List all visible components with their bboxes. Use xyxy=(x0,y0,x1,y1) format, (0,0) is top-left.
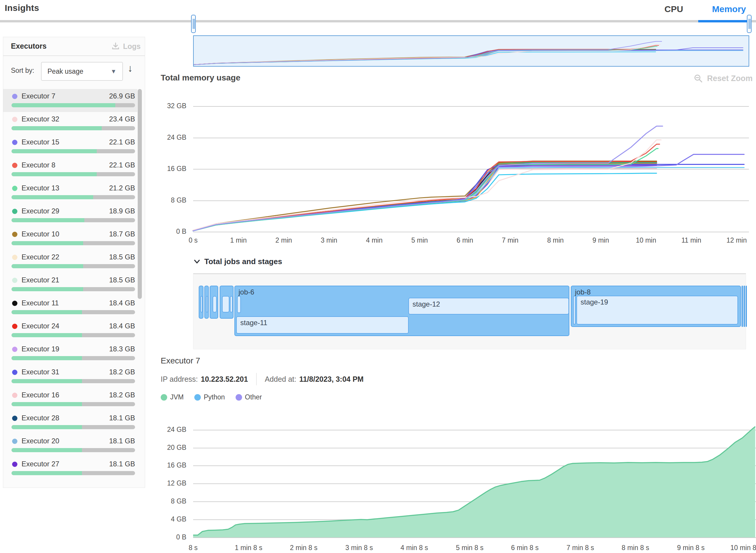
executor-list-item[interactable]: Executor 2818.1 GB xyxy=(3,411,137,434)
executor-usage-bar xyxy=(11,471,135,475)
ip-address-label: IP address: xyxy=(161,375,198,384)
executor-list-item[interactable]: Executor 2018.1 GB xyxy=(3,434,137,457)
job-label: job-6 xyxy=(238,288,254,296)
executor-usage-bar xyxy=(11,379,135,383)
executor-usage-bar-fill xyxy=(11,103,115,107)
executor-usage-bar xyxy=(11,195,135,199)
legend-label: Other xyxy=(245,393,262,401)
job-label: job-8 xyxy=(575,288,591,296)
x-axis-tick-label: 6 min xyxy=(441,236,488,244)
stage-block-stage-19[interactable]: stage-19 xyxy=(577,296,738,325)
executor-list-item[interactable]: Executor 2718.1 GB xyxy=(3,457,137,480)
executor-usage-bar xyxy=(11,356,135,360)
legend-item-other: Other xyxy=(236,393,262,401)
job-block[interactable] xyxy=(199,286,204,319)
executor-name: Executor 31 xyxy=(21,368,59,376)
executor-list-item[interactable]: Executor 1522.1 GB xyxy=(3,135,137,158)
executor-usage-bar-fill xyxy=(11,241,83,245)
job-block-job-6[interactable]: job-6stage-12stage-11 xyxy=(234,286,570,336)
y-axis-tick-label: 4 GB xyxy=(154,515,186,523)
stage-block[interactable] xyxy=(230,296,233,312)
reset-zoom-label: Reset Zoom xyxy=(707,74,753,83)
executor-name: Executor 27 xyxy=(21,460,59,468)
executor-list-item[interactable]: Executor 2118.5 GB xyxy=(3,273,137,296)
executor-list-item[interactable]: Executor 3223.4 GB xyxy=(3,112,137,135)
executor-usage-bar-fill xyxy=(11,333,82,337)
stage-block[interactable] xyxy=(206,296,208,312)
memory-line-executor-32 xyxy=(193,140,661,230)
executor-color-dot xyxy=(12,439,17,444)
tab-memory[interactable]: Memory xyxy=(708,2,750,16)
brush-overview[interactable] xyxy=(193,35,749,67)
executor-list-item[interactable]: Executor 3118.2 GB xyxy=(3,365,137,388)
executor-memory-chart[interactable] xyxy=(193,418,756,538)
executor-list-item[interactable]: Executor 1918.3 GB xyxy=(3,342,137,365)
sort-direction-button[interactable]: ↓ xyxy=(128,63,133,74)
executor-peak-value: 18.7 GB xyxy=(109,230,135,238)
stage-block[interactable] xyxy=(573,296,576,325)
y-axis-tick-label: 16 GB xyxy=(154,165,186,173)
executor-list-item[interactable]: Executor 1618.2 GB xyxy=(3,388,137,411)
x-axis-tick-label: 0 s xyxy=(169,236,217,244)
job-block[interactable] xyxy=(204,286,209,319)
meta-divider xyxy=(256,373,256,385)
legend-color-dot xyxy=(161,394,167,401)
executor-list-item[interactable]: Executor 1018.7 GB xyxy=(3,227,137,250)
active-tab-indicator xyxy=(698,20,751,22)
job-block[interactable] xyxy=(210,286,218,319)
executor-list-item[interactable]: Executor 1321.2 GB xyxy=(3,181,137,204)
executor-usage-bar xyxy=(11,241,135,245)
job-block[interactable] xyxy=(220,286,233,319)
executor-list-item[interactable]: Executor 726.9 GB xyxy=(3,89,137,112)
executor-color-dot xyxy=(12,255,17,260)
x-axis-tick-label: 8 s xyxy=(169,544,217,552)
y-axis-tick-label: 32 GB xyxy=(154,102,186,110)
x-axis-tick-label: 3 min 8 s xyxy=(335,544,383,552)
executor-usage-bar-fill xyxy=(11,172,97,176)
executor-name: Executor 20 xyxy=(21,437,59,445)
executor-list-item[interactable]: Executor 2918.9 GB xyxy=(3,204,137,227)
job-block[interactable] xyxy=(744,286,745,327)
reset-zoom-button[interactable]: Reset Zoom xyxy=(693,74,753,83)
executor-list-item[interactable]: Executor 2418.4 GB xyxy=(3,319,137,342)
executor-usage-bar-fill xyxy=(11,471,82,475)
stage-block-stage-12[interactable]: stage-12 xyxy=(408,298,569,315)
brush-handle-right[interactable] xyxy=(747,15,752,33)
stage-block[interactable] xyxy=(222,296,229,312)
executor-usage-bar xyxy=(11,310,135,314)
executor-peak-value: 18.4 GB xyxy=(109,322,135,330)
stage-label: stage-19 xyxy=(581,298,608,306)
jobs-stages-header[interactable]: Total jobs and stages xyxy=(193,257,282,266)
executor-list-item[interactable]: Executor 2218.5 GB xyxy=(3,250,137,273)
executor-color-dot xyxy=(12,301,17,306)
legend-item-jvm: JVM xyxy=(161,393,184,401)
executor-list-item[interactable]: Executor 822.1 GB xyxy=(3,158,137,181)
stage-block[interactable] xyxy=(213,296,217,312)
executor-peak-value: 22.1 GB xyxy=(109,161,135,169)
tab-cpu[interactable]: CPU xyxy=(661,2,687,16)
total-memory-chart[interactable] xyxy=(193,103,749,233)
stage-block-stage-11[interactable]: stage-11 xyxy=(236,316,409,334)
job-block[interactable] xyxy=(746,286,747,327)
executor-name: Executor 21 xyxy=(21,276,59,284)
stage-block[interactable] xyxy=(201,296,203,312)
job-block[interactable] xyxy=(742,286,743,327)
executor-usage-bar-fill xyxy=(11,356,82,360)
stage-block[interactable] xyxy=(237,296,241,313)
executor-peak-value: 18.1 GB xyxy=(109,414,135,422)
brush-handle-left[interactable] xyxy=(191,15,196,33)
executor-peak-value: 18.1 GB xyxy=(109,460,135,468)
added-at-label: Added at: xyxy=(265,375,296,384)
executor-list-scrollbar[interactable] xyxy=(138,89,142,299)
sort-select[interactable]: Peak usage ▼ xyxy=(41,62,123,81)
executor-name: Executor 22 xyxy=(21,253,59,261)
executor-list-item[interactable]: Executor 1118.4 GB xyxy=(3,296,137,319)
executor-usage-bar xyxy=(11,264,135,268)
y-axis-tick-label: 12 GB xyxy=(154,479,186,487)
executor-peak-value: 18.1 GB xyxy=(109,437,135,445)
executor-color-dot xyxy=(12,347,17,352)
job-block-job-8[interactable]: job-8stage-19 xyxy=(571,286,741,327)
executor-color-dot xyxy=(12,393,17,398)
executor-color-dot xyxy=(12,163,17,168)
logs-button[interactable]: Logs xyxy=(111,42,141,51)
